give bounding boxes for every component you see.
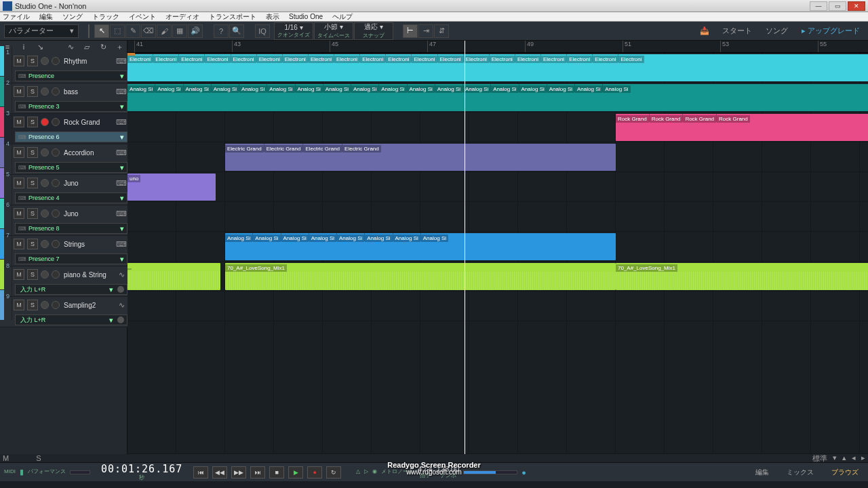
stop-button[interactable]: ■ <box>269 466 284 479</box>
track-name[interactable]: Sampling2 <box>61 302 115 309</box>
search-icon[interactable]: 🔍 <box>229 24 244 38</box>
erase-tool-icon[interactable]: ⌫ <box>141 24 156 38</box>
mute-button[interactable]: M <box>14 239 24 249</box>
track-header-Juno[interactable]: 5 M S Juno ⌨ ⌨Presence 4▾ <box>0 175 127 205</box>
menu-ファイル[interactable]: ファイル <box>3 12 30 22</box>
menu-表示[interactable]: 表示 <box>266 12 279 22</box>
menu-イベント[interactable]: イベント <box>129 12 156 22</box>
solo-button[interactable]: S <box>27 147 38 158</box>
waveform-icon[interactable]: ∿ <box>115 270 127 279</box>
listen-tool-icon[interactable]: 🔊 <box>188 24 203 38</box>
global-mute[interactable]: M <box>3 454 9 462</box>
instrument-preset[interactable]: ⌨Presence 3▾ <box>15 101 127 112</box>
instrument-preset[interactable]: ⌨Presence 7▾ <box>15 253 127 264</box>
playhead[interactable] <box>465 41 465 53</box>
parameter-selector[interactable]: パラメーター▾ <box>4 24 79 38</box>
wrench-icon[interactable]: ↘ <box>35 43 45 52</box>
waveform-icon[interactable]: ∿ <box>115 301 127 310</box>
monitor-button[interactable] <box>52 87 60 96</box>
goto-end-button[interactable]: ⏭ <box>250 466 265 479</box>
start-button[interactable]: スタート <box>718 24 756 37</box>
menu-ヘルプ[interactable]: ヘルプ <box>332 12 353 22</box>
mute-button[interactable]: M <box>14 56 24 66</box>
info-icon[interactable]: i <box>19 43 28 51</box>
monitor-button[interactable] <box>52 240 60 248</box>
track-lane-Sampling2[interactable] <box>127 291 868 321</box>
track-lane-Rhythm[interactable]: ElectroniElectroniElectroniElectroniElec… <box>127 53 868 83</box>
solo-button[interactable]: S <box>27 208 38 219</box>
zoom-out-h-icon[interactable]: ◂ <box>852 453 856 464</box>
monitor-button[interactable] <box>52 118 60 126</box>
track-lane-Accordion[interactable]: Electric GrandElectric GrandElectric Gra… <box>127 142 868 172</box>
clip[interactable]: Rock GrandRock GrandRock GrandRock Grand <box>616 114 868 141</box>
instrument-preset[interactable]: ⌨Presence 4▾ <box>15 192 127 203</box>
monitor-button[interactable] <box>52 57 60 65</box>
browse-tab[interactable]: ブラウズ <box>826 466 864 479</box>
monitor-toggle-icon[interactable]: ● <box>521 468 526 476</box>
record-arm-button[interactable] <box>41 118 49 126</box>
track-name[interactable]: Accordion <box>61 149 115 157</box>
track-header-Rock Grand[interactable]: 3 M S Rock Grand ⌨ ⌨Presence 6▾ <box>0 114 127 144</box>
menu-トラック[interactable]: トラック <box>92 12 119 22</box>
play-button[interactable]: ▶ <box>288 466 303 479</box>
clip[interactable]: Analog SiAnalog SiAnalog SiAnalog SiAnal… <box>225 233 616 260</box>
mute-button[interactable]: M <box>14 178 24 188</box>
mute-button[interactable]: M <box>14 117 24 127</box>
goto-start-button[interactable]: ⏮ <box>193 466 208 479</box>
clip[interactable]: Electric GrandElectric GrandElectric Gra… <box>225 144 616 171</box>
monitor-button[interactable] <box>52 179 60 187</box>
instrument-preset[interactable]: ⌨Presence 5▾ <box>15 162 127 173</box>
record-arm-button[interactable] <box>41 148 49 157</box>
inbox-icon[interactable]: 📥 <box>696 24 713 38</box>
cycle-marker[interactable] <box>127 53 135 56</box>
solo-button[interactable]: S <box>27 269 38 280</box>
solo-button[interactable]: S <box>27 300 38 310</box>
metronome-label[interactable]: メトロノーム <box>381 468 414 475</box>
mute-button[interactable]: M <box>14 208 24 219</box>
track-lane-Juno[interactable]: unoJuno <box>127 172 868 202</box>
arrow-tool-icon[interactable]: ↖ <box>94 24 109 38</box>
global-solo[interactable]: S <box>36 454 41 462</box>
record-arm-button[interactable] <box>41 240 49 248</box>
record-button[interactable]: ● <box>307 466 322 479</box>
track-name[interactable]: Juno <box>61 180 115 187</box>
rewind-button[interactable]: ◀◀ <box>212 466 227 479</box>
song-button[interactable]: ソング <box>762 24 792 37</box>
mix-tab[interactable]: ミックス <box>781 466 819 479</box>
paint-tool-icon[interactable]: 🖌 <box>157 24 172 38</box>
track-lane-Strings[interactable]: Analog SiAnalog SiAnalog SiAnalog SiAnal… <box>127 232 868 262</box>
solo-button[interactable]: S <box>27 117 38 127</box>
autopunch-icon[interactable]: ◉ <box>372 468 377 474</box>
keyboard-icon[interactable]: ⌨ <box>115 179 127 188</box>
maximize-button[interactable]: ▭ <box>829 1 846 11</box>
performance-label[interactable]: パフォーマンス <box>28 468 66 475</box>
automation-icon[interactable]: ∿ <box>66 43 75 52</box>
clip[interactable]: 70_A#_LoveSong_Mix1 <box>225 263 616 290</box>
monitor-button[interactable] <box>52 148 60 157</box>
zoom-out-v-icon[interactable]: ▾ <box>833 453 837 464</box>
clip[interactable]: ElectroniElectroniElectroniElectroniElec… <box>127 54 868 81</box>
track-lane-Juno[interactable] <box>127 202 868 232</box>
draw-tool-icon[interactable]: ✎ <box>125 24 140 38</box>
clip[interactable]: Analog SiAnalog SiAnalog SiAnalog SiAnal… <box>127 84 868 111</box>
empty-area[interactable] <box>127 321 868 454</box>
track-lane-bass[interactable]: Analog SiAnalog SiAnalog SiAnalog SiAnal… <box>127 83 868 113</box>
track-header-Sampling2[interactable]: 9 M S Sampling2 ∿ 入力 L+R▾ <box>0 297 127 327</box>
keyboard-icon[interactable]: ⌨ <box>115 209 127 218</box>
zoom-in-h-icon[interactable]: ▸ <box>861 453 865 464</box>
record-arm-button[interactable] <box>41 301 49 309</box>
instrument-preset[interactable]: ⌨Presence 6▾ <box>15 131 127 142</box>
solo-button[interactable]: S <box>27 56 38 66</box>
record-arm-button[interactable] <box>41 270 49 279</box>
clip[interactable]: 70_A#_LoveSong_Mix1 <box>616 263 868 290</box>
instrument-preset[interactable]: 入力 L+R▾ <box>15 284 127 295</box>
view-standard[interactable]: 標準 <box>812 453 827 464</box>
solo-button[interactable]: S <box>27 239 38 249</box>
snap-toggle-icon[interactable]: ⊢ <box>403 24 418 38</box>
minimize-button[interactable]: — <box>810 1 827 11</box>
snap-end-icon[interactable]: ⇥ <box>418 24 433 38</box>
record-arm-button[interactable] <box>41 179 49 187</box>
track-name[interactable]: Strings <box>61 241 115 248</box>
forward-button[interactable]: ▶▶ <box>231 466 246 479</box>
track-name[interactable]: Rock Grand <box>61 119 115 126</box>
